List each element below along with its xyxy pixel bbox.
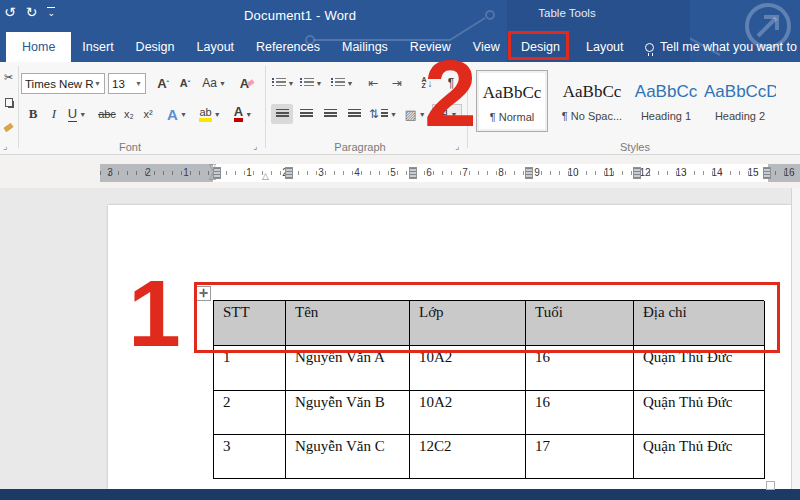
quick-access-toolbar: ↺ ↻ ⌄ (4, 4, 55, 20)
justify-button[interactable] (343, 104, 365, 124)
line-spacing-icon[interactable]: ⇅▼ (369, 104, 397, 124)
style-normal[interactable]: AaBbCc¶ Normal (476, 70, 548, 132)
table-cell[interactable]: 16 (526, 346, 634, 391)
redo-icon[interactable]: ↻ (26, 4, 38, 20)
sort-icon[interactable]: AZ↓ (415, 73, 439, 93)
align-center-button[interactable] (295, 104, 317, 124)
subscript-button[interactable]: x₂ (120, 104, 138, 124)
tab-home[interactable]: Home (6, 32, 71, 62)
undo-icon[interactable]: ↺ (4, 4, 16, 20)
table-header-cell[interactable]: STT (214, 301, 286, 346)
paragraph-dialog-launcher-icon[interactable]: ⌟ (455, 141, 459, 151)
clear-formatting-icon[interactable]: A (236, 73, 258, 93)
word-window: ↺ ↻ ⌄ Document1 - Word Table Tools HomeI… (0, 0, 800, 500)
table-column-marker[interactable] (285, 167, 293, 179)
borders-icon[interactable]: ⊞▼ (432, 104, 462, 124)
table-column-marker[interactable] (763, 167, 771, 179)
tab-mailings[interactable]: Mailings (331, 32, 399, 62)
ruler-ticks (100, 171, 800, 175)
format-painter-icon[interactable] (1, 120, 16, 135)
align-right-button[interactable] (319, 104, 341, 124)
font-size-combobox[interactable]: 13▼ (108, 73, 146, 94)
font-size-value: 13 (112, 78, 125, 90)
highlight-color-icon[interactable]: ab▼ (194, 104, 226, 124)
style-heading-1[interactable]: AaBbCcHeading 1 (630, 70, 702, 132)
increase-indent-icon[interactable]: ⇥ (386, 74, 408, 92)
table-column-marker[interactable] (213, 167, 221, 179)
tab-review[interactable]: Review (399, 32, 462, 62)
tab-layout[interactable]: Layout (186, 32, 246, 62)
table-cell[interactable]: Nguyễn Văn A (286, 346, 410, 391)
font-group-label: Font (90, 141, 170, 153)
tell-me-label: Tell me what you want to (660, 40, 797, 54)
table-cell[interactable]: 3 (214, 435, 286, 479)
table-cell[interactable]: Quận Thủ Đức (634, 346, 765, 391)
styles-group-label: Styles (595, 141, 675, 153)
table-header-cell[interactable]: Tên (286, 301, 410, 346)
table-column-marker[interactable] (409, 167, 417, 179)
clipboard-dialog-launcher-icon[interactable]: ⌟ (3, 141, 7, 151)
shrink-font-icon[interactable]: Aˇ (175, 73, 195, 93)
table-cell[interactable]: Nguyễn Văn C (286, 435, 410, 479)
table-cell[interactable]: 1 (214, 346, 286, 391)
table-cell[interactable]: 16 (526, 391, 634, 435)
font-dialog-launcher-icon[interactable]: ⌟ (253, 141, 257, 151)
bold-button[interactable]: B (24, 104, 42, 124)
style-more[interactable]: A (778, 70, 800, 132)
tab-design[interactable]: Design (125, 32, 186, 62)
tab-table-layout[interactable]: Layout (576, 32, 634, 62)
table-header-cell[interactable]: Địa chỉ (634, 301, 765, 346)
right-indent-marker[interactable]: △ (262, 172, 269, 181)
decrease-indent-icon[interactable]: ⇤ (362, 74, 384, 92)
multilevel-list-icon[interactable]: ▼ (330, 74, 354, 92)
table-column-marker[interactable] (525, 167, 533, 179)
tab-insert[interactable]: Insert (71, 32, 124, 62)
tell-me-box[interactable]: Tell me what you want to (645, 32, 797, 62)
italic-button[interactable]: I (46, 104, 62, 124)
table-cell[interactable]: Nguyễn Văn B (286, 391, 410, 435)
grow-font-icon[interactable]: Aˆ (153, 73, 173, 93)
change-case-icon[interactable]: Aa▼ (200, 73, 228, 93)
table-cell[interactable]: Quận Thủ Đức (634, 391, 765, 435)
text-effects-icon[interactable]: A▼ (163, 104, 191, 124)
font-name-combobox[interactable]: Times New Ro▼ (21, 73, 105, 94)
customize-qat-icon[interactable]: ⌄ (47, 7, 55, 17)
table-column-marker[interactable] (633, 167, 641, 179)
table-tools-label: Table Tools (507, 7, 627, 19)
ruler-number: 11 (604, 167, 614, 178)
shading-icon[interactable]: ▨▼ (401, 104, 429, 124)
align-left-button[interactable] (271, 104, 293, 124)
table-header-cell[interactable]: Tuổi (526, 301, 634, 346)
table-cell[interactable]: 12C2 (410, 435, 526, 479)
table-cell[interactable]: 17 (526, 435, 634, 479)
vertical-scrollbar[interactable] (791, 188, 800, 489)
style-heading-2[interactable]: AaBbCcDHeading 2 (704, 70, 776, 132)
ruler-number: 9 (534, 167, 540, 178)
tab-view[interactable]: View (462, 32, 511, 62)
style-no-spac[interactable]: AaBbCc¶ No Spac... (556, 70, 628, 132)
tab-references[interactable]: References (245, 32, 331, 62)
strikethrough-button[interactable]: abc (94, 104, 120, 124)
table-cell[interactable]: 10A2 (410, 346, 526, 391)
cut-icon[interactable]: ✂ (1, 70, 16, 85)
table-cell[interactable]: Quận Thủ Đức (634, 435, 765, 479)
tab-table-design[interactable]: Design (511, 32, 570, 62)
ruler-number: 6 (426, 167, 432, 178)
horizontal-ruler[interactable]: ▽ △ △ 32112345678910111213141516 (100, 164, 800, 182)
document-table: STTTênLớpTuổiĐịa chỉ1Nguyễn Văn A10A216Q… (213, 300, 764, 479)
numbering-icon[interactable]: ▼ (299, 74, 323, 92)
show-paragraph-marks-icon[interactable]: ¶ (443, 73, 459, 93)
table-cell[interactable]: 2 (214, 391, 286, 435)
table-resize-handle[interactable] (766, 481, 775, 490)
table-cell[interactable]: 10A2 (410, 391, 526, 435)
superscript-button[interactable]: x² (139, 104, 157, 124)
bullets-icon[interactable]: ▼ (271, 74, 295, 92)
style-name: ¶ Normal (477, 111, 547, 123)
style-sample: AaBbCcD (704, 82, 776, 102)
font-color-icon[interactable]: A▼ (229, 104, 257, 124)
table-header-cell[interactable]: Lớp (410, 301, 526, 346)
underline-button[interactable]: U▼ (64, 104, 90, 124)
table-move-handle[interactable]: ✛ (196, 286, 211, 301)
ruler-number: 3 (107, 167, 113, 178)
copy-icon[interactable] (1, 95, 16, 110)
